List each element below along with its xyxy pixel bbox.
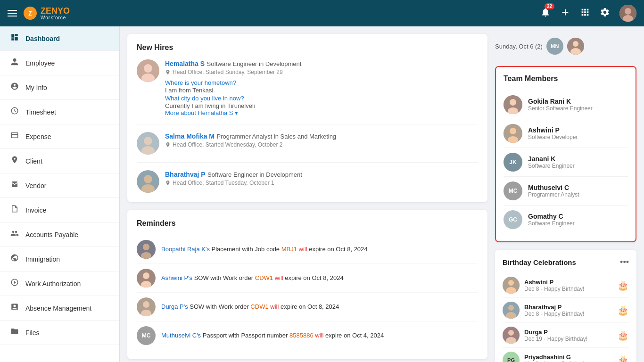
hire-name-hemalatha: Hemalatha S Software Engineer in Develop… (165, 59, 301, 68)
team-member-gomathy: GC Gomathy C Software Engineer (504, 206, 628, 234)
hire-location-salma: Head Office. Started Wednesday, October … (165, 141, 336, 148)
date-text: Sunday, Oct 6 (2) (495, 43, 543, 50)
svg-point-39 (508, 330, 514, 336)
settings-gear[interactable] (600, 7, 610, 20)
hire-item-hemalatha: Hemalatha S Software Engineer in Develop… (137, 59, 478, 124)
member-avatar-gokila (504, 95, 522, 114)
birthday-cake-icon-ashwini: 🎂 (617, 280, 629, 291)
sidebar-item-files[interactable]: Files (0, 321, 119, 345)
member-name-janani: Janani K (528, 155, 575, 163)
team-member-muthuselvi: MC Muthuselvi C Programmer Analyst (504, 177, 628, 206)
birthday-item-bharathvaj: Bharathvaj P Dec 8 - Happy Birthday! 🎂 (503, 298, 629, 323)
svg-point-15 (143, 244, 149, 250)
sidebar-item-myinfo[interactable]: My Info (0, 75, 119, 100)
svg-point-27 (510, 99, 516, 106)
hire-item-bharathvaj: Bharathvaj P Software Engineer in Develo… (137, 170, 478, 193)
reminder-item-boopathi: Boopathi Raja K's Placement with Job cod… (137, 235, 478, 264)
hire-info-bharathvaj: Bharathvaj P Software Engineer in Develo… (165, 170, 302, 193)
hire-location-bharathvaj: Head Office. Started Tuesday, October 1 (165, 180, 302, 186)
hire-location-hemalatha: Head Office. Started Sunday, September 2… (165, 69, 301, 75)
member-info-muthuselvi: Muthuselvi C Programmer Analyst (528, 184, 579, 198)
reminder-text-ashwini: Ashwini P's SOW with Work order CDW1 wil… (161, 273, 344, 283)
member-name-gomathy: Gomathy C (528, 213, 575, 220)
svg-point-21 (143, 301, 149, 308)
bday-name-durga: Durga P (524, 329, 587, 336)
bday-date-priyadhashini: Mar 2 - Happy Birthday! (524, 361, 584, 362)
svg-point-33 (508, 280, 514, 286)
team-member-ashwini: Ashwini P Software Developer (504, 119, 628, 148)
hire-info-salma: Salma Mofika M Programmer Analyst in Sal… (165, 132, 336, 155)
app-header: Z ZENYO Workforce 22 (0, 0, 644, 26)
sidebar-item-employee[interactable]: Employee (0, 51, 119, 75)
sidebar-item-work-authorization[interactable]: Work Authorization (0, 272, 119, 296)
sidebar-item-client[interactable]: Client (0, 149, 119, 173)
sidebar-label-dashboard: Dashboard (25, 35, 60, 42)
birthday-info-bharathvaj: Bharathvaj P Dec 8 - Happy Birthday! (524, 304, 584, 317)
vendor-icon (9, 180, 20, 191)
reminder-text-boopathi: Boopathi Raja K's Placement with Job cod… (161, 245, 368, 254)
svg-point-9 (144, 137, 152, 145)
grid-menu[interactable] (580, 7, 590, 20)
reminder-avatar-boopathi (137, 240, 156, 259)
hire-name-salma: Salma Mofika M Programmer Analyst in Sal… (165, 132, 336, 140)
reminders-card: Reminders Boopathi Raja K's Placement wi… (127, 210, 487, 359)
birthday-cake-icon-priyadhashini: 🎂 (617, 354, 629, 362)
member-info-gokila: Gokila Rani K Senior Software Engineer (528, 98, 593, 112)
member-info-ashwini: Ashwini P Software Developer (528, 126, 578, 140)
svg-point-24 (573, 41, 578, 47)
birthday-item-priyadhashini: PG Priyadhashini G Mar 2 - Happy Birthda… (503, 348, 629, 362)
sidebar-item-absence-management[interactable]: Absence Management (0, 296, 119, 321)
sidebar-label-accounts-payable: Accounts Payable (25, 231, 78, 239)
birthday-info-priyadhashini: Priyadhashini G Mar 2 - Happy Birthday! (524, 354, 584, 362)
sidebar-label-myinfo: My Info (25, 84, 47, 91)
avatar-mn: MN (546, 38, 563, 55)
sidebar-item-immigration[interactable]: Immigration (0, 247, 119, 272)
member-role-janani: Software Engineer (528, 163, 575, 169)
sidebar-label-expense: Expense (25, 133, 51, 140)
sidebar-item-vendor[interactable]: Vendor (0, 173, 119, 198)
member-name-gokila: Gokila Rani K (528, 98, 593, 105)
sidebar-item-invoice[interactable]: Invoice (0, 198, 119, 222)
reminder-avatar-durga (137, 297, 156, 316)
header-right: 22 (540, 5, 636, 22)
sidebar-label-invoice: Invoice (25, 206, 46, 214)
notification-count: 22 (545, 3, 554, 9)
sidebar-label-vendor: Vendor (25, 182, 46, 189)
add-button[interactable] (560, 7, 570, 20)
birthday-menu-dots[interactable]: ••• (620, 257, 629, 267)
birthday-cake-icon-bharathvaj: 🎂 (617, 304, 629, 316)
notification-bell[interactable]: 22 (540, 7, 551, 20)
files-icon (9, 327, 20, 338)
member-role-gomathy: Software Engineer (528, 220, 575, 227)
reminder-text-muthuselvi: Muthuselvi C's Passport with Passport nu… (161, 331, 384, 340)
avatar-second (567, 38, 584, 55)
team-members-title: Team Members (504, 74, 628, 83)
sidebar-item-dashboard[interactable]: Dashboard (0, 26, 119, 51)
right-panel: Sunday, Oct 6 (2) MN Team Members Gokila… (495, 34, 636, 354)
reminder-avatar-muthuselvi: MC (137, 326, 156, 345)
sidebar-item-accounts-payable[interactable]: Accounts Payable (0, 222, 119, 247)
hamburger-menu[interactable] (8, 10, 17, 16)
reminder-avatar-ashwini (137, 269, 156, 288)
hire-avatar-salma (137, 132, 159, 155)
logo-icon: Z (23, 6, 38, 21)
main-layout: Dashboard Employee My Info Timesheet (0, 26, 644, 362)
birthday-item-ashwini: Ashwini P Dec 8 - Happy Birthday! 🎂 (503, 273, 629, 298)
user-avatar[interactable] (619, 5, 636, 22)
birthday-avatar-priyadhashini: PG (503, 352, 520, 362)
member-info-gomathy: Gomathy C Software Engineer (528, 213, 575, 227)
bday-date-ashwini: Dec 8 - Happy Birthday! (524, 286, 584, 292)
member-name-ashwini: Ashwini P (528, 126, 578, 134)
member-info-janani: Janani K Software Engineer (528, 155, 575, 169)
birthday-avatar-bharathvaj (503, 302, 520, 319)
team-member-gokila: Gokila Rani K Senior Software Engineer (504, 90, 628, 119)
timesheet-icon (9, 107, 20, 117)
sidebar-item-timesheet[interactable]: Timesheet (0, 100, 119, 124)
sidebar-label-work-authorization: Work Authorization (25, 280, 81, 288)
hire-more-hemalatha[interactable]: More about Hemalatha S ▾ (165, 109, 301, 116)
sidebar-item-expense[interactable]: Expense (0, 124, 119, 149)
sidebar: Dashboard Employee My Info Timesheet (0, 26, 120, 362)
svg-point-18 (143, 272, 149, 279)
bday-name-priyadhashini: Priyadhashini G (524, 354, 584, 361)
member-role-ashwini: Software Developer (528, 134, 578, 140)
